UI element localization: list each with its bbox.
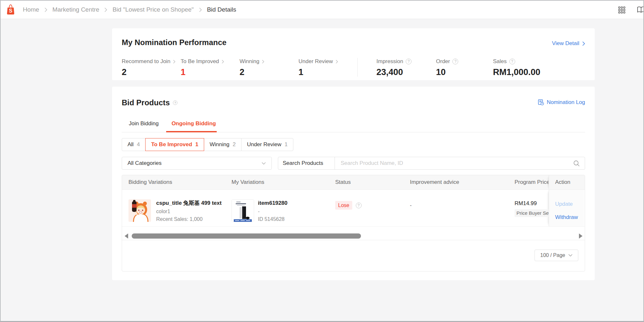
filter-label: Winning — [210, 141, 229, 148]
scroll-right-arrow[interactable] — [579, 233, 582, 239]
search-icon[interactable] — [573, 160, 580, 167]
nomination-log-label: Nomination Log — [547, 99, 585, 106]
tabs: Join Bidding Ongoing Bidding — [122, 120, 585, 132]
chevron-right-icon — [173, 60, 175, 64]
status-cell: Lose ? — [335, 190, 410, 226]
stat-recommend-to-join[interactable]: Recommend to Join 2 — [122, 58, 181, 77]
action-cell: Update Withdraw — [549, 190, 584, 226]
table-row: cspu_title 兔斯基 499 text color1 Recent Sa… — [122, 190, 585, 227]
chevron-right-icon — [336, 60, 338, 64]
stat-label: To Be Improved — [181, 58, 219, 65]
chevron-down-icon — [568, 254, 573, 257]
category-select-value: All Categories — [128, 160, 162, 166]
metric-label: Order — [436, 58, 450, 65]
performance-title: My Nomination Performance — [122, 38, 226, 47]
help-icon[interactable]: ? — [173, 100, 177, 105]
topbar-icons — [614, 1, 643, 19]
my-variation-cell: item619280 - ID 5145628 — [232, 190, 335, 226]
withdraw-action[interactable]: Withdraw — [555, 214, 584, 220]
status-badge: Lose — [335, 201, 352, 210]
bid-products-title: Bid Products? — [122, 98, 177, 107]
bidding-product-image — [128, 199, 151, 222]
col-my-variations: My Variations — [232, 179, 335, 185]
breadcrumb-bid-details: Bid Details — [207, 6, 236, 13]
apps-grid-icon[interactable] — [618, 6, 625, 14]
col-action: Action — [549, 175, 584, 189]
nomination-performance-card: My Nomination Performance View Detail Re… — [112, 28, 595, 80]
col-program-price: Program Price — [515, 179, 549, 185]
divider — [357, 58, 358, 77]
chevron-right-icon — [262, 60, 264, 64]
update-action[interactable]: Update — [555, 201, 584, 207]
metric-impression: Impression? 23,400 — [376, 58, 436, 77]
search-input[interactable] — [335, 160, 573, 166]
help-icon[interactable]: ? — [452, 59, 458, 64]
bidding-product-variation: color1 — [156, 209, 222, 214]
filter-label: All — [128, 141, 134, 148]
breadcrumb: Home Marketing Centre Bid "Lowest Price … — [23, 6, 236, 13]
top-bar: S Home Marketing Centre Bid "Lowest Pric… — [1, 1, 643, 19]
stat-value: 1 — [181, 67, 240, 77]
help-icon[interactable]: ? — [509, 59, 515, 64]
metric-value: 23,400 — [376, 67, 436, 77]
metric-value: RM1,000.00 — [493, 67, 552, 77]
chevron-down-icon — [261, 162, 266, 165]
chevron-right-icon — [582, 41, 585, 46]
filter-all[interactable]: All4 — [122, 138, 146, 151]
view-detail-label: View Detail — [552, 40, 579, 47]
my-product-title: item619280 — [258, 200, 288, 206]
filter-count: 2 — [232, 141, 235, 148]
metric-label: Sales — [493, 58, 507, 65]
program-price-cell: RM14.99 Price Buyer Sees — [515, 190, 549, 226]
price-buyer-sees-tag: Price Buyer Sees — [515, 209, 549, 217]
my-product-variation: - — [258, 209, 288, 214]
col-status: Status — [335, 179, 410, 185]
table-header: Bidding Variations My Variations Status … — [122, 175, 585, 190]
search-type-label[interactable]: Search Products — [278, 157, 335, 169]
stat-label: Under Review — [298, 58, 333, 65]
filter-count: 1 — [285, 141, 288, 148]
chevron-right-icon — [199, 7, 202, 12]
col-improvement-advice: Improvement advice — [410, 179, 515, 185]
page-size-select[interactable]: 100 / Page — [535, 250, 578, 261]
filter-label: Under Review — [247, 141, 281, 148]
improvement-advice-cell: - — [410, 190, 515, 226]
filter-to-be-improved[interactable]: To Be Improved1 — [145, 138, 204, 151]
pagination-row: 100 / Page — [122, 240, 585, 271]
filter-label: To Be Improved — [151, 141, 192, 148]
tab-ongoing-bidding[interactable]: Ongoing Bidding — [171, 120, 216, 132]
bidding-variation-cell: cspu_title 兔斯基 499 text color1 Recent Sa… — [122, 190, 232, 226]
program-price-value: RM14.99 — [515, 200, 549, 207]
category-select[interactable]: All Categories — [122, 157, 272, 170]
col-bidding-variations: Bidding Variations — [122, 179, 232, 185]
help-icon[interactable]: ? — [406, 59, 412, 64]
stat-winning[interactable]: Winning 2 — [240, 58, 298, 77]
filter-under-review[interactable]: Under Review1 — [241, 138, 293, 151]
shopee-logo-icon[interactable]: S — [6, 4, 15, 15]
stat-to-be-improved[interactable]: To Be Improved 1 — [181, 58, 240, 77]
chevron-right-icon — [222, 60, 224, 64]
stat-value: 2 — [240, 67, 298, 77]
view-detail-link[interactable]: View Detail — [552, 40, 585, 47]
stat-label: Winning — [240, 58, 259, 65]
performance-stats: Recommend to Join 2 To Be Improved 1 Win… — [122, 58, 585, 77]
status-filters: All4 To Be Improved1 Winning2 Under Revi… — [122, 138, 585, 151]
svg-text:S: S — [9, 8, 13, 14]
breadcrumb-marketing-centre[interactable]: Marketing Centre — [52, 6, 99, 13]
filter-winning[interactable]: Winning2 — [204, 138, 242, 151]
filter-count: 4 — [137, 141, 140, 148]
search-group: Search Products — [278, 157, 585, 170]
help-icon[interactable]: ? — [356, 203, 362, 208]
bid-products-title-text: Bid Products — [122, 98, 170, 107]
nomination-log-link[interactable]: Nomination Log — [538, 99, 585, 106]
stat-under-review[interactable]: Under Review 1 — [298, 58, 357, 77]
book-icon[interactable] — [637, 6, 644, 14]
breadcrumb-bid[interactable]: Bid "Lowest Price on Shopee" — [112, 6, 194, 13]
tab-join-bidding[interactable]: Join Bidding — [128, 120, 159, 132]
scroll-left-arrow[interactable] — [125, 233, 128, 239]
filter-count: 1 — [195, 141, 198, 148]
scrollbar-thumb[interactable] — [132, 233, 361, 239]
bidding-product-sales: Recent Sales: 1,000 — [156, 216, 222, 222]
breadcrumb-home[interactable]: Home — [23, 6, 39, 13]
horizontal-scrollbar — [122, 227, 585, 240]
